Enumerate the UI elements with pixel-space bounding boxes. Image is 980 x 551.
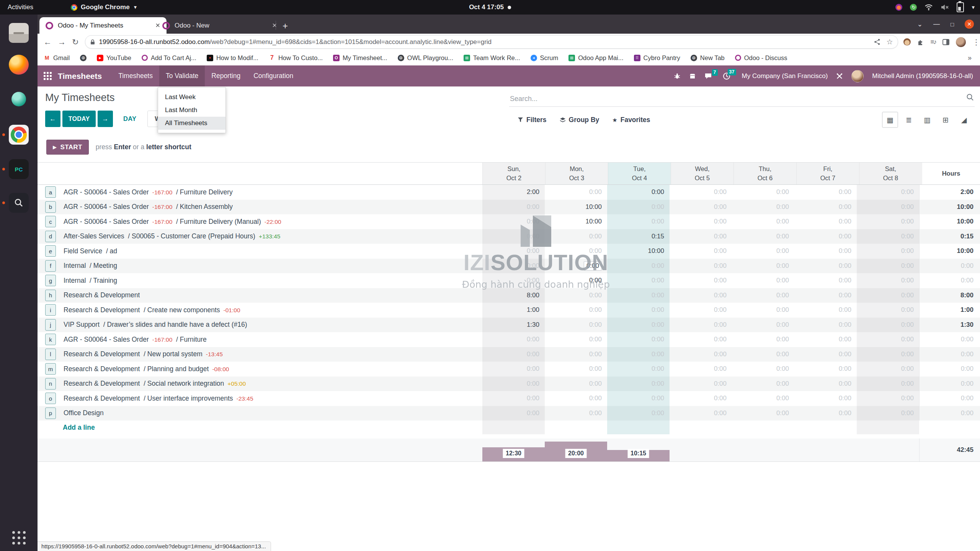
grid-cell-o-wed[interactable]: 0:00 [670,391,732,406]
grid-cell-c-sat[interactable]: 0:00 [857,214,919,229]
grid-cell-i-mon[interactable]: 0:00 [545,303,607,318]
list-view-icon[interactable]: ≣ [901,112,916,127]
grid-cell-g-sun[interactable]: 0:00 [482,273,545,288]
grid-cell-j-fri[interactable]: 0:00 [794,318,857,333]
grid-cell-o-mon[interactable]: 0:00 [545,391,607,406]
clock[interactable]: Oct 4 17:05 [469,3,511,11]
grid-cell-p-thu[interactable]: 0:00 [732,406,794,421]
grid-cell-d-thu[interactable]: 0:00 [732,229,794,244]
tools-icon[interactable] [836,73,843,80]
profile-avatar[interactable] [956,37,966,47]
tampermonkey-extension-icon[interactable] [903,38,911,46]
grid-cell-a-wed[interactable]: 0:00 [670,185,732,200]
tab-odoo-new[interactable]: Odoo - New ✕ [156,17,283,34]
bookmarks-overflow-icon[interactable]: » [968,54,972,62]
grid-cell-p-tue[interactable]: 0:00 [607,406,670,421]
grid-cell-h-tue[interactable]: 0:00 [607,288,670,303]
grid-cell-l-sun[interactable]: 0:00 [482,347,545,362]
row-letter-badge[interactable]: o [45,393,56,404]
grid-cell-k-thu[interactable]: 0:00 [732,332,794,347]
grid-cell-m-fri[interactable]: 0:00 [794,362,857,377]
grid-cell-k-sat[interactable]: 0:00 [857,332,919,347]
menu-configuration[interactable]: Configuration [247,65,300,86]
grid-cell-n-thu[interactable]: 0:00 [732,377,794,391]
grid-cell-l-mon[interactable]: 0:00 [545,347,607,362]
grid-cell-j-sat[interactable]: 0:00 [857,318,919,333]
minimize-button[interactable]: — [933,20,940,28]
grid-cell-p-mon[interactable]: 0:00 [545,406,607,421]
grid-cell-f-fri[interactable]: 0:00 [794,259,857,274]
grid-cell-p-sat[interactable]: 0:00 [857,406,919,421]
grid-cell-o-sat[interactable]: 0:00 [857,391,919,406]
messages-icon[interactable]: 7 [704,73,712,80]
grid-cell-m-tue[interactable]: 0:00 [607,362,670,377]
bookmark-item[interactable]: Odoo - Discuss [735,54,787,62]
grid-cell-e-mon[interactable]: 0:00 [545,244,607,259]
grid-cell-n-wed[interactable]: 0:00 [670,377,732,391]
grid-cell-o-thu[interactable]: 0:00 [732,391,794,406]
tab-close-icon[interactable]: ✕ [272,22,277,29]
grid-cell-c-fri[interactable]: 0:00 [794,214,857,229]
grid-cell-l-wed[interactable]: 0:00 [670,347,732,362]
menu-kebab-icon[interactable]: ⋮ [972,37,980,47]
side-panel-icon[interactable] [942,39,949,45]
grid-cell-n-fri[interactable]: 0:00 [794,377,857,391]
dock-firefox-icon[interactable] [9,55,29,75]
new-tab-button[interactable]: + [283,21,288,31]
pivot-view-icon[interactable]: ⊞ [938,112,953,127]
grid-cell-d-sat[interactable]: 0:00 [857,229,919,244]
grid-cell-p-fri[interactable]: 0:00 [794,406,857,421]
grid-cell-n-mon[interactable]: 0:00 [545,377,607,391]
row-letter-badge[interactable]: n [45,378,56,390]
grid-cell-o-tue[interactable]: 0:00 [607,391,670,406]
search-input[interactable] [509,92,976,106]
tab-search-icon[interactable]: ⌄ [917,20,923,28]
grid-cell-a-thu[interactable]: 0:00 [732,185,794,200]
grid-cell-d-sun[interactable]: 0:00 [482,229,545,244]
grid-cell-f-sat[interactable]: 0:00 [857,259,919,274]
kanban-view-icon[interactable]: ▥ [920,112,935,127]
back-icon[interactable]: ← [44,37,52,47]
favorites-button[interactable]: ★ Favorites [612,116,650,124]
grid-cell-c-tue[interactable]: 0:00 [607,214,670,229]
tab-odoo-my-timesheets[interactable]: Odoo - My Timesheets ✕ [39,17,167,34]
grid-cell-g-tue[interactable]: 0:00 [607,273,670,288]
grid-cell-m-sat[interactable]: 0:00 [857,362,919,377]
grid-cell-n-tue[interactable]: 0:00 [607,377,670,391]
row-letter-badge[interactable]: e [45,245,56,257]
grid-cell-j-sun[interactable]: 1:30 [482,318,545,333]
grid-cell-e-fri[interactable]: 0:00 [794,244,857,259]
dropdown-item-all-timesheets[interactable]: All Timesheets [158,117,225,130]
row-letter-badge[interactable]: l [45,349,56,360]
row-letter-badge[interactable]: j [45,319,56,331]
grid-cell-b-sat[interactable]: 0:00 [857,200,919,215]
grid-cell-b-tue[interactable]: 0:00 [607,200,670,215]
grid-cell-m-sun[interactable]: 0:00 [482,362,545,377]
grid-cell-l-sat[interactable]: 0:00 [857,347,919,362]
grid-cell-e-sun[interactable]: 0:00 [482,244,545,259]
dock-files-icon[interactable] [9,23,29,43]
range-day-button[interactable]: DAY [123,115,136,122]
user-avatar[interactable] [851,70,864,82]
menu-timesheets[interactable]: Timesheets [112,65,159,86]
grid-cell-f-wed[interactable]: 0:00 [670,259,732,274]
grid-cell-m-mon[interactable]: 0:00 [545,362,607,377]
playlist-extension-icon[interactable]: ≡♪ [931,38,936,46]
grid-cell-i-sat[interactable]: 0:00 [857,303,919,318]
reload-icon[interactable]: ↻ [72,37,79,47]
grid-cell-b-mon[interactable]: 10:00 [545,200,607,215]
grid-cell-e-thu[interactable]: 0:00 [732,244,794,259]
bookmark-item[interactable]: ⊞Odoo App Mai... [568,54,623,62]
grid-cell-h-sat[interactable]: 0:00 [857,288,919,303]
row-letter-badge[interactable]: m [45,363,56,375]
bookmark-item[interactable]: ▶YouTube [97,54,131,62]
grid-cell-k-fri[interactable]: 0:00 [794,332,857,347]
grid-cell-b-thu[interactable]: 0:00 [732,200,794,215]
grid-cell-l-thu[interactable]: 0:00 [732,347,794,362]
grid-cell-o-sun[interactable]: 0:00 [482,391,545,406]
today-button[interactable]: TODAY [62,111,96,127]
close-button[interactable]: ✕ [965,20,974,29]
grid-cell-k-wed[interactable]: 0:00 [670,332,732,347]
grid-cell-i-tue[interactable]: 0:00 [607,303,670,318]
search-icon[interactable] [966,93,974,101]
